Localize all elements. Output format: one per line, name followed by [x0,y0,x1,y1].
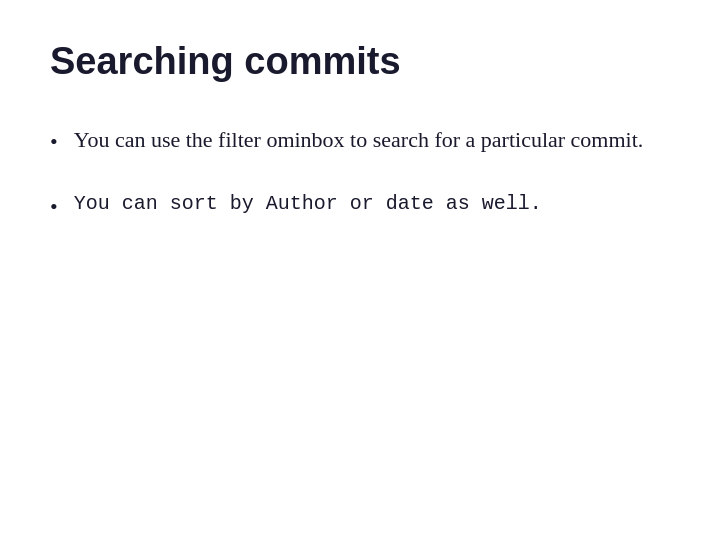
bullet-dot-2: • [50,190,58,223]
list-item: • You can sort by Author or date as well… [50,188,670,223]
bullet-dot-1: • [50,125,58,158]
slide: Searching commits • You can use the filt… [0,0,720,540]
slide-title: Searching commits [50,40,670,83]
bullet-text-2: You can sort by Author or date as well. [74,188,542,219]
bullet-list: • You can use the filter ominbox to sear… [50,123,670,223]
bullet-text-1: You can use the filter ominbox to search… [74,123,644,157]
list-item: • You can use the filter ominbox to sear… [50,123,670,158]
